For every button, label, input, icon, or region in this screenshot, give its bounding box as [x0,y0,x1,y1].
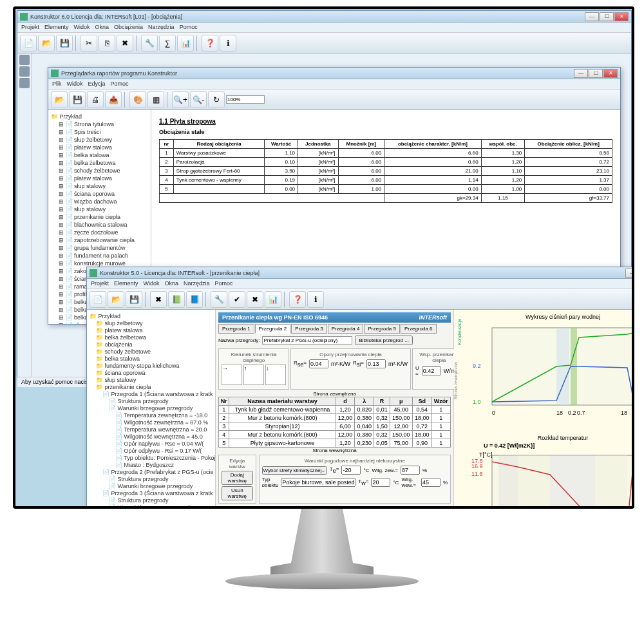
calc-icon[interactable]: 📊 [265,291,281,308]
tab[interactable]: Przegroda 2 [255,324,291,334]
save-icon[interactable]: 💾 [126,291,142,308]
minimize-button[interactable]: — [585,12,599,21]
tree-item[interactable]: 📄 Struktura przegrody [90,497,213,504]
wz-input[interactable] [401,466,420,475]
tree-item[interactable]: ⊞ 📄 płatew stalowa [51,144,148,151]
minimize-button[interactable]: — [574,69,588,78]
export-icon[interactable]: 📤 [105,91,122,108]
excel-icon[interactable]: 📗 [168,291,185,308]
menu-item[interactable]: Pomoc [215,280,233,287]
close-button[interactable]: ✕ [614,12,629,21]
menu-item[interactable]: Projekt [91,280,109,287]
tab[interactable]: Przegroda 5 [364,324,400,334]
grid-icon[interactable]: ▦ [147,91,164,108]
side-icon[interactable] [19,55,30,65]
table-row[interactable]: 5Płyty gipsowo-kartonowe1,200,2300,0575,… [219,439,451,448]
tree-item[interactable]: 📄 Struktura przegrody [90,397,213,404]
menu-item[interactable]: Widok [144,280,160,287]
table-row[interactable]: 3Styropian(12)6,000,0401,5012,000,721 [219,422,451,431]
tree-item[interactable]: ⊞ 📄 Spis treści [51,128,148,136]
print-icon[interactable]: 🖨 [87,91,104,108]
menu-item[interactable]: Pomoc [111,80,129,88]
table-row[interactable]: 2Mur z betonu komórk.(800)12,000,3800,32… [219,414,451,422]
tree-item[interactable]: ⊞ 📄 słup stalowy [51,182,148,190]
tree-item[interactable]: 📁 ściana oporowa [90,369,213,376]
menu-item[interactable]: Widok [67,80,83,88]
tree-item[interactable]: 📁 słup żelbetowy [90,319,213,327]
open-icon[interactable]: 📂 [38,35,55,52]
object-type-select[interactable] [281,478,355,487]
palette-icon[interactable]: 🎨 [129,91,146,108]
rse-input[interactable] [309,359,328,368]
menu-item[interactable]: Elementy [114,280,138,287]
tree-item[interactable]: ⊞ 📄 schody żelbetowe [51,167,148,175]
table-row[interactable]: 4Mur z betonu komórk.(800)12,000,3800,32… [219,431,451,439]
menu-item[interactable]: Widok [74,24,90,31]
save-icon[interactable]: 💾 [69,91,86,108]
menubar[interactable]: PlikWidokEdycjaPomoc [48,79,620,90]
titlebar[interactable]: Konstruktor 5.0 - Licencja dla: INTERsof… [87,267,632,279]
menu-item[interactable]: Pomoc [180,24,198,31]
menu-item[interactable]: Elementy [44,24,69,31]
tree-item[interactable]: ⊞ 📄 zapotrzebowanie ciepła [51,236,148,244]
add-layer-button[interactable]: Dodaj warstwę [222,471,253,485]
tab[interactable]: Przegroda 6 [401,324,437,334]
close-button[interactable]: ✕ [603,69,618,78]
climate-zone-button[interactable]: Wybór strefy klimatycznej... [262,466,327,475]
help-icon[interactable]: ❓ [202,35,218,52]
menu-item[interactable]: Narzędzia [184,280,210,287]
cut-icon[interactable]: ✂ [80,35,97,52]
maximize-button[interactable]: ☐ [589,69,603,78]
tree-item[interactable]: 📄 Temperatura wewnętrzna = 20.0 [90,426,213,433]
menu-item[interactable]: Okna [165,280,179,287]
u-input[interactable] [422,366,441,375]
menu-item[interactable]: Obciążenia [114,24,143,31]
titlebar[interactable]: Konstruktor 6.0 Licencja dla: INTERsoft … [17,11,631,23]
flow-d-icon[interactable]: ↓ [265,365,286,385]
copy-icon[interactable]: ⎘ [99,35,115,52]
tree-item[interactable]: 📁 belka żelbetowa [90,334,213,341]
refresh-icon[interactable]: ↻ [208,91,225,108]
tree-item[interactable]: 📄 Przegroda 1 (Ściana warstwowa z kratk [90,390,213,397]
library-button[interactable]: Biblioteka przegród ... [355,336,412,345]
tree-item[interactable]: ⊞ 📄 słup stalowy [51,205,148,213]
tree-item[interactable]: 📁 fundamenty-stopa kielichowa [90,362,213,369]
tree-item[interactable]: 📁 słup stalowy [90,376,213,383]
tree-item[interactable]: 📁 przenikanie ciepła [90,383,213,390]
minimize-button[interactable]: — [625,269,632,278]
star-icon[interactable]: ✖ [247,291,263,308]
tree-item[interactable]: ⊞ 📄 belka stalowa [51,151,148,159]
tree-item[interactable]: ⊞ 📄 słup żelbetowy [51,136,148,144]
menu-item[interactable]: Plik [52,80,62,88]
tree-item[interactable]: 📁 Przykład [51,113,148,120]
zoom-in-icon[interactable]: 🔍+ [172,91,189,108]
side-icon[interactable] [19,66,30,77]
tree-item[interactable]: ⊞ 📄 fundament na palach [51,252,148,260]
del-layer-button[interactable]: Usuń warstwę [222,486,253,500]
tree-item[interactable]: 📄 Przegroda 3 (Ściana warstwowa z kratk [90,489,213,497]
menubar[interactable]: ProjektElementyWidokOknaNarzędziaPomoc [87,279,632,289]
tree-item[interactable]: 📄 Wilgotność zewnętrzna = 87.0 % [90,419,213,426]
table-row[interactable]: 1Tynk lub gładź cementowo-wapienna1,200,… [219,406,451,414]
ww-input[interactable] [421,478,440,487]
zoom-combo[interactable] [226,95,265,104]
delete-icon[interactable]: ✖ [150,291,167,308]
tab[interactable]: Przegroda 3 [291,324,327,334]
tree-item[interactable]: 📄 Miasto : Bydgoszcz [90,461,213,468]
partition-name-input[interactable] [262,336,352,345]
save-icon[interactable]: 💾 [56,35,73,52]
tree-item[interactable]: 📄 Wilgotność wewnętrzna = 45.0 [90,433,213,440]
tree-item[interactable]: 📄 Opór napływu - Rse = 0.04 W/( [90,440,213,447]
tw-input[interactable] [371,478,390,487]
open-icon[interactable]: 📂 [51,91,68,108]
tree-item[interactable]: 📁 obciążenia [90,341,213,348]
project-tree[interactable]: 📁 Przykład📁 słup żelbetowy📁 płatew stalo… [87,310,216,506]
zoom-out-icon[interactable]: 🔍- [190,91,207,108]
new-icon[interactable]: 📄 [90,291,106,308]
tree-item[interactable]: 📁 Przykład [90,312,213,319]
tree-item[interactable]: 📁 belka stalowa [90,355,213,362]
tree-item[interactable]: ⊞ 📄 przenikanie ciepła [51,213,148,221]
tree-item[interactable]: 📄 Warunki brzegowe przegrody [90,482,213,489]
te-input[interactable] [341,466,361,475]
materials-table[interactable]: NrNazwa materiału warstwydλRμSdWzór1Tynk… [218,397,451,448]
